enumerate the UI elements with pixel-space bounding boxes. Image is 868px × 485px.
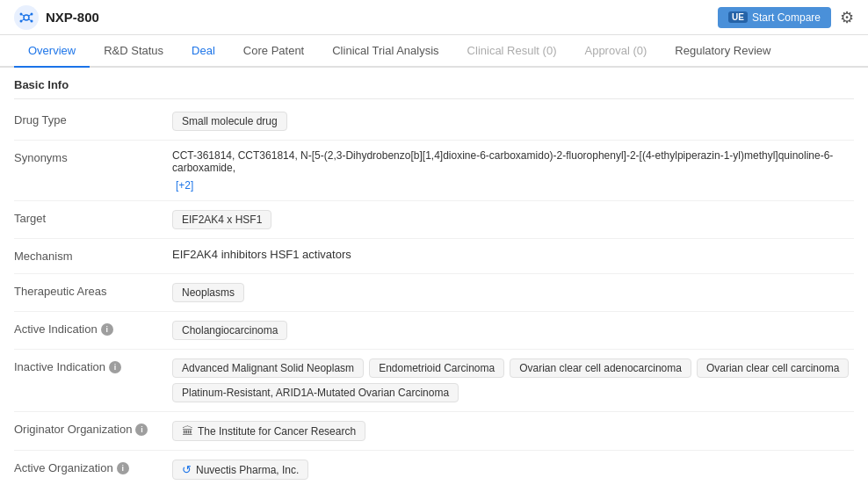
target-value: EIF2AK4 x HSF1	[172, 210, 854, 229]
synonyms-label: Synonyms	[14, 149, 172, 164]
compare-label: Start Compare	[752, 11, 821, 24]
start-compare-button[interactable]: UE Start Compare	[718, 7, 831, 28]
originator-org-label: Originator Organization i	[14, 421, 172, 436]
inactive-tag-2: Ovarian clear cell adenocarcinoma	[510, 358, 691, 378]
tab-overview[interactable]: Overview	[14, 35, 90, 68]
tab-core-patent[interactable]: Core Patent	[229, 35, 318, 68]
drug-type-label: Drug Type	[14, 112, 172, 127]
synonyms-row: Synonyms CCT-361814, CCT361814, N-[5-(2,…	[14, 141, 854, 201]
active-org-info-icon: i	[117, 462, 129, 474]
mechanism-text: EIF2AK4 inhibitors HSF1 activators	[172, 248, 351, 261]
mechanism-row: Mechanism EIF2AK4 inhibitors HSF1 activa…	[14, 239, 854, 274]
therapeutic-areas-row: Therapeutic Areas Neoplasms	[14, 274, 854, 312]
synonyms-text: CCT-361814, CCT361814, N-[5-(2,3-Dihydro…	[172, 149, 854, 174]
therapeutic-areas-tag: Neoplasms	[172, 283, 244, 302]
active-indication-row: Active Indication i Cholangiocarcinoma	[14, 312, 854, 350]
header-left: NXP-800	[14, 5, 99, 30]
synonyms-more-link[interactable]: [+2]	[176, 179, 193, 192]
mechanism-value: EIF2AK4 inhibitors HSF1 activators	[172, 248, 854, 261]
originator-org-row: Originator Organization i 🏛 The Institut…	[14, 412, 854, 451]
originator-org-value: 🏛 The Institute for Cancer Research	[172, 421, 854, 441]
options-icon[interactable]: ⚙	[840, 8, 854, 27]
tab-clinical-trial[interactable]: Clinical Trial Analysis	[318, 35, 452, 68]
synonyms-value: CCT-361814, CCT361814, N-[5-(2,3-Dihydro…	[172, 149, 854, 192]
tab-approval: Approval (0)	[570, 35, 661, 68]
tab-rnd[interactable]: R&D Status	[90, 35, 177, 68]
header: NXP-800 UE Start Compare ⚙	[0, 0, 868, 35]
basic-info-header: Basic Info	[14, 68, 854, 99]
inactive-indication-row: Inactive Indication i Advanced Malignant…	[14, 350, 854, 412]
mechanism-label: Mechanism	[14, 248, 172, 263]
therapeutic-areas-value: Neoplasms	[172, 283, 854, 302]
inactive-tag-0: Advanced Malignant Solid Neoplasm	[172, 358, 364, 378]
page-title: NXP-800	[46, 10, 99, 25]
logo-icon	[14, 5, 39, 30]
active-indication-info-icon: i	[101, 323, 113, 336]
target-label: Target	[14, 210, 172, 225]
nav-tabs: Overview R&D Status Deal Core Patent Cli…	[0, 35, 868, 68]
ue-badge: UE	[728, 11, 748, 23]
originator-org-info-icon: i	[135, 423, 148, 436]
drug-type-tag: Small molecule drug	[172, 112, 287, 131]
active-org-tag: ↺ Nuvectis Pharma, Inc.	[172, 460, 308, 480]
inactive-indication-label: Inactive Indication i	[14, 358, 172, 373]
therapeutic-areas-label: Therapeutic Areas	[14, 283, 172, 298]
drug-type-value: Small molecule drug	[172, 112, 854, 131]
tab-deal[interactable]: Deal	[177, 35, 229, 68]
building-icon: 🏛	[182, 424, 193, 438]
tab-regulatory[interactable]: Regulatory Review	[661, 35, 785, 68]
drug-type-row: Drug Type Small molecule drug	[14, 103, 854, 141]
active-indication-label: Active Indication i	[14, 321, 172, 336]
active-org-value: ↺ Nuvectis Pharma, Inc.	[172, 460, 854, 480]
header-right: UE Start Compare ⚙	[718, 7, 854, 28]
originator-org-tag: 🏛 The Institute for Cancer Research	[172, 421, 365, 441]
company-icon: ↺	[182, 463, 192, 476]
inactive-tag-4: Platinum-Resistant, ARID1A-Mutated Ovari…	[172, 383, 459, 402]
inactive-indication-info-icon: i	[109, 361, 121, 373]
tab-clinical-result: Clinical Result (0)	[453, 35, 571, 68]
content-area: Basic Info Drug Type Small molecule drug…	[0, 68, 868, 485]
inactive-tag-3: Ovarian clear cell carcinoma	[697, 358, 849, 378]
inactive-indication-value: Advanced Malignant Solid Neoplasm Endome…	[172, 358, 854, 402]
active-indication-tag: Cholangiocarcinoma	[172, 321, 287, 340]
active-indication-value: Cholangiocarcinoma	[172, 321, 854, 340]
inactive-tag-1: Endometrioid Carcinoma	[369, 358, 504, 378]
target-tag: EIF2AK4 x HSF1	[172, 210, 271, 229]
active-org-row: Active Organization i ↺ Nuvectis Pharma,…	[14, 451, 854, 485]
active-org-label: Active Organization i	[14, 460, 172, 474]
target-row: Target EIF2AK4 x HSF1	[14, 201, 854, 239]
